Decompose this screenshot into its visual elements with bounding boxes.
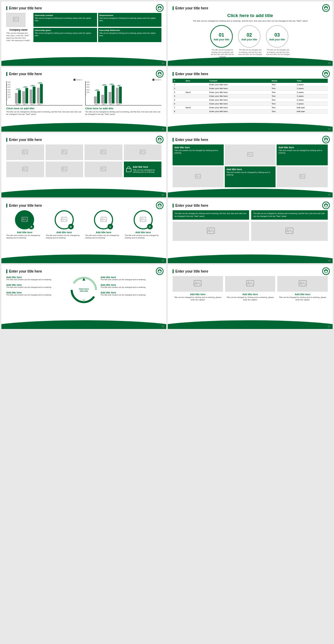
s13-circle-1: 02 Add your title The titlo can be chang… [238,25,262,58]
s16-featured-title: Add title here [133,166,160,168]
svg-point-15 [102,168,103,169]
s20-item-l2-text: The title and content can be changed and… [6,294,67,296]
slide-18: Enter your title here A Add title here T… [1,199,166,263]
svg-point-20 [197,175,198,176]
logo-14 [156,70,164,78]
svg-point-5 [63,151,64,152]
wave-15 [168,123,333,132]
svg-point-3 [24,151,25,152]
slide-grid: Enter your title here Company name Title… [0,0,334,330]
s20-item-l1-title: Add title here [6,284,67,286]
s21-item-1: Add title here Title can be changed by c… [225,276,276,301]
s16-img-1 [46,144,84,160]
s13-cdesc-1: The titlo can be changed and re-entering… [238,49,262,56]
s17-text-4: Title and content can be changed by clic… [226,171,274,176]
s18-circle-0: A [15,210,34,229]
svg-point-11 [24,168,25,169]
slide-21-number: 21 [328,325,331,328]
wave-12 [1,57,166,66]
s15-table: # Item Content Name Time 1Enter your tit… [173,79,328,113]
s17-cell-g4: Add title here Title and content can be … [225,166,276,187]
s20-item-r2-text: The title and content can be changed and… [101,294,161,296]
s18-letter-1: B [70,225,72,228]
s20-item-r0-title: Add title here [101,276,161,278]
s16-grid: Add title here Title can be changed by c… [6,144,161,177]
s21-img-1 [225,276,276,292]
s13-cdesc-0: The title can be changed by clicking and… [210,49,234,58]
s20-item-r1-text: The title and content can be changed and… [101,286,161,289]
s14-chart1-title[interactable]: Click here to add title [6,107,82,110]
s18-item-1: B Add title here The title and content c… [46,210,83,239]
slide-20: Enter your title here Add title here The… [1,265,166,329]
wave-17 [168,189,333,197]
s17-grid: Add title here Title and content can be … [173,144,328,187]
s14-chart2-title[interactable]: Click here to add title [85,107,161,110]
s17-text-2: Title and content can be changed by clic… [278,149,326,154]
s14-chart2-area: 5,0004,0003,0002,0001,0000 +25% class 1 [85,81,161,105]
s19-box-1: The title can be changed by clicking and… [251,210,328,220]
slide-13: Enter your title here Click here to add … [168,1,333,66]
s16-img-0 [6,144,44,160]
s12-box-2-text: Title can be changed by clicking and re-… [35,32,96,37]
table-row: 4Enter your title hereTom2 years [173,94,328,98]
svg-point-24 [23,218,24,219]
s18-title-3: Add title here [135,231,151,234]
wave-14 [1,123,166,132]
slide-14: Enter your title here ⬛ Series 1 7,0006,… [1,67,166,132]
s12-left: Company name Title can be changed and ne… [6,13,31,42]
s12-image [6,13,25,27]
slide-13-title: Enter your title here [173,6,328,10]
slide-16-title: Enter your title here [6,138,161,142]
s13-main-title[interactable]: Click here to add title [173,13,328,18]
slide-12: Enter your title here Company name Title… [1,1,166,66]
slide-14-title: Enter your title here [6,72,161,76]
slide-13-number: 13 [328,62,331,64]
s14-chart1-sub: The title can be changed by clicking and… [6,111,82,116]
s13-circle-2: 03 Add your title The title can be chang… [266,25,290,58]
s17-img-3 [173,166,224,187]
svg-point-42 [248,282,249,283]
s14-series2: ⬛ Series 1 [85,79,161,81]
s17-cell-g2: Add title here Title and content can be … [277,144,328,165]
svg-point-40 [196,282,197,283]
logo-13 [322,4,330,12]
table-row: 5Enter your title hereTom2 years [173,98,328,102]
s12-box-3: Internship Reflection Title can be chang… [98,28,162,42]
table-row: 7Item2Enter your title hereTomhalf-year [173,106,328,110]
s13-circle-0-ring: 01 Add your title [210,25,233,48]
s18-circle-1: B [55,210,74,229]
s16-img-2 [85,144,122,160]
svg-point-7 [102,151,103,152]
s17-cell-g0: Add title here Title and content can be … [173,144,224,165]
s20-item-r2-title: Add title here [101,291,161,294]
s17-title-4: Add title here [226,168,274,171]
s15-th-4: Time [295,79,328,83]
s20-item-l2-title: Add title here [6,291,67,294]
s16-img-4 [6,162,44,177]
svg-point-26 [62,218,63,219]
s18-item-3: D Add title here The title and content c… [125,210,162,239]
slide-19-title: Enter your title here [173,204,328,207]
svg-point-18 [248,153,249,154]
slide-18-title: Enter your title here [6,204,161,207]
s20-item-l0-text: The title and content can be changed and… [6,278,67,281]
s12-box-0-text: Title can be changed by clicking and re-… [35,17,96,22]
s18-text-0: The title and content can be changed by … [6,234,43,239]
s20-content: Add title here The title and content can… [6,276,161,304]
s13-circles: 01 Add your title The title can be chang… [173,25,328,58]
s16-img-3 [124,144,162,160]
s14-chart1: ⬛ Series 1 7,0006,0005,0004,0003,0002,00… [6,79,82,116]
table-row: 2Enter your title hereTom2 years [173,87,328,91]
slide-15: Enter your title here # Item Content Nam… [168,67,333,132]
s19-box-0-text: The title can be changed by clicking and… [175,212,247,218]
slide-19: Enter your title here The title can be c… [168,199,333,263]
svg-point-22 [301,175,302,176]
s18-item-0: A Add title here The title and content c… [6,210,43,239]
s14-chart2-sub: The title can be changed by clicking and… [85,111,161,116]
slide-15-number: 15 [328,128,331,130]
slide-16: Enter your title here [1,133,166,197]
slide-12-title: Enter your title here [6,6,161,10]
slide-16-number: 16 [161,194,164,196]
s13-num-1: 02 [247,32,252,38]
s17-title-0: Add title here [174,146,222,149]
